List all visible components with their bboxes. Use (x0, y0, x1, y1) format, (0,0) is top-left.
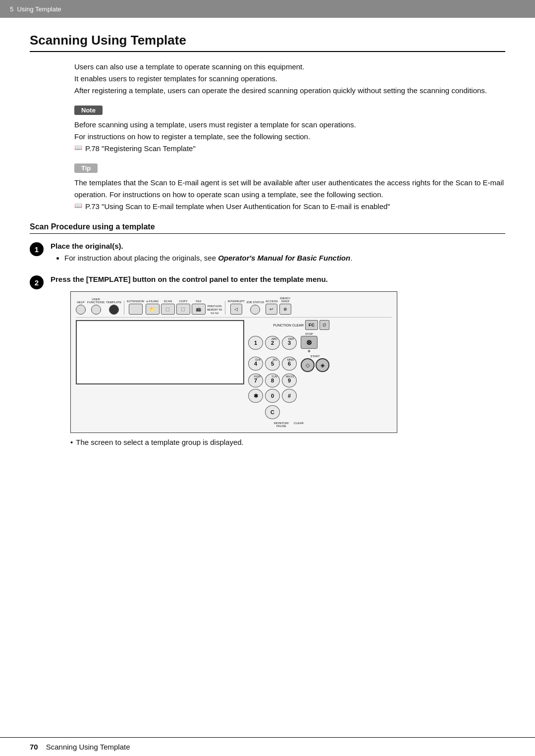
key-2: 2ABC (265, 336, 280, 350)
help-btn (76, 305, 86, 315)
note-ref: 📖 P.78 "Registering Scan Template" (74, 143, 505, 155)
print-data-group: PRINT DATA MEMORY RX %1 %2 (207, 305, 222, 315)
screen-note: • The screen to select a template group … (70, 438, 505, 446)
key-8: 8TUV (265, 374, 280, 387)
page-title: Scanning Using Template (30, 33, 505, 52)
panel-display (76, 320, 244, 384)
step-1-bullet-1: For instruction about placing the origin… (64, 252, 505, 264)
fc-btn: FC (305, 320, 318, 330)
key-4: 4GHI (248, 357, 263, 371)
keypad-section: FUNCTION CLEAR FC ∅ 1 2ABC 3DEF STOP (248, 320, 329, 428)
step-1-number: 1 (30, 242, 44, 256)
clear-icon-btn: ∅ (320, 320, 329, 330)
step-2: 2 Press the [TEMPLATE] button on the con… (30, 275, 505, 446)
user-functions-group: USERFUNCTIONS (87, 298, 105, 315)
start-group: START ◇ ◈ (301, 355, 329, 372)
keypad-row-2: 4GHI 5JKL 6MNO START ◇ ◈ (248, 355, 329, 372)
bottom-labels-row: MONITOR/PAUSE CLEAR (248, 422, 329, 428)
fax-group: FAX 📠 (192, 300, 206, 315)
scan-btn: ⬚ (161, 304, 175, 315)
tip-label: Tip (74, 163, 98, 173)
note-line-1: Before scanning using a template, users … (74, 119, 505, 131)
key-9: 9WXYZ (282, 374, 297, 387)
key-hash: # (282, 389, 297, 403)
extension-group: EXTENSION (127, 300, 144, 315)
key-1: 1 (248, 336, 263, 350)
efiling-group: e-FILING 📁 (146, 300, 160, 315)
efiling-btn: 📁 (146, 304, 160, 315)
footer-page-number: 70 (30, 743, 38, 751)
step-2-title: Press the [TEMPLATE] button on the contr… (51, 275, 505, 283)
chapter-number-label: 5 (10, 5, 13, 13)
intro-line-1: Users can also use a template to operate… (74, 61, 505, 73)
intro-line-2: It enables users to register templates f… (74, 73, 505, 85)
user-functions-btn (91, 305, 101, 315)
tip-line-1: The templates that the Scan to E-mail ag… (74, 177, 505, 201)
energy-saver-group: ENERGYSAVER ⊕ (279, 297, 291, 315)
panel-main-area: FUNCTION CLEAR FC ∅ 1 2ABC 3DEF STOP (76, 320, 392, 428)
tip-content: The templates that the Scan to E-mail ag… (74, 177, 505, 213)
step-1-title: Place the original(s). (51, 242, 505, 250)
start-row: ◇ ◈ (301, 358, 329, 372)
top-bar: 5 Using Template (0, 0, 535, 18)
start-btn-white: ◈ (316, 358, 329, 372)
note-label: Note (74, 106, 103, 115)
access-btn: ↩ (266, 304, 277, 315)
job-status-btn (250, 305, 260, 315)
step-2-content: Press the [TEMPLATE] button on the contr… (51, 275, 505, 446)
key-0: 0 (265, 389, 280, 403)
footer-title: Scanning Using Template (46, 743, 130, 751)
intro-line-3: After registering a template, users can … (74, 85, 505, 97)
key-star: ✱ (248, 389, 263, 403)
key-6: 6MNO (282, 357, 297, 371)
note-content: Before scanning using a template, users … (74, 119, 505, 155)
copy-group: COPY ⬚ (176, 300, 190, 315)
function-clear-row: FUNCTION CLEAR FC ∅ (248, 320, 329, 330)
copy-btn: ⬚ (176, 304, 190, 315)
step-1-body: For instruction about placing the origin… (55, 252, 505, 264)
screen-note-text: The screen to select a template group is… (76, 438, 244, 446)
interrupt-btn: ◁ (230, 304, 242, 315)
interrupt-group: INTERRUPT ◁ (228, 300, 245, 315)
step-2-number: 2 (30, 275, 44, 289)
help-btn-group: HELP (76, 301, 86, 315)
separator-1 (124, 301, 124, 315)
key-7: 7PQR (248, 374, 263, 387)
chapter-label: Using Template (13, 5, 61, 13)
key-5: 5JKL (265, 357, 280, 371)
main-content: Scanning Using Template Users can also u… (0, 18, 535, 485)
keypad-row-3: 7PQR 8TUV 9WXYZ (248, 374, 329, 387)
separator-2 (225, 301, 225, 315)
tip-ref: 📖 P.73 "Using Scan to E-mail template wh… (74, 201, 505, 213)
bullet-icon: • (70, 438, 73, 446)
page-footer: 70 Scanning Using Template (0, 737, 535, 756)
section-heading: Scan Procedure using a template (30, 222, 505, 234)
fax-btn: 📠 (192, 304, 206, 315)
stop-group: STOP ⊗ ⊕ (301, 332, 318, 353)
job-status-group: JOB STATUS (246, 301, 264, 315)
control-panel-image: HELP USERFUNCTIONS TEMPLATE (70, 291, 397, 433)
extension-btn (129, 304, 143, 315)
keypad-row-1: 1 2ABC 3DEF STOP ⊗ ⊕ (248, 332, 329, 353)
key-3: 3DEF (282, 336, 297, 350)
note-line-2: For instructions on how to register a te… (74, 131, 505, 143)
panel-top-row: HELP USERFUNCTIONS TEMPLATE (76, 297, 392, 318)
keypad-row-4: ✱ 0 # (248, 389, 329, 403)
step-1: 1 Place the original(s). For instruction… (30, 242, 505, 266)
template-btn (109, 305, 119, 315)
intro-section: Users can also use a template to operate… (74, 61, 505, 97)
template-btn-group: TEMPLATE (106, 301, 121, 315)
key-c: C (265, 405, 280, 419)
book-icon-2: 📖 (74, 201, 82, 211)
clear-label: CLEAR (294, 422, 304, 428)
energy-saver-btn: ⊕ (279, 304, 291, 315)
book-icon: 📖 (74, 143, 82, 153)
step-1-content: Place the original(s). For instruction a… (51, 242, 505, 266)
start-btn-black: ◇ (301, 358, 315, 372)
access-group: ACCESS ↩ (266, 300, 278, 315)
scan-group: SCAN ⬚ (161, 300, 175, 315)
keypad-row-5: C (248, 405, 329, 419)
monitor-pause-label: MONITOR/PAUSE (274, 422, 289, 428)
stop-btn: ⊗ (301, 336, 318, 349)
